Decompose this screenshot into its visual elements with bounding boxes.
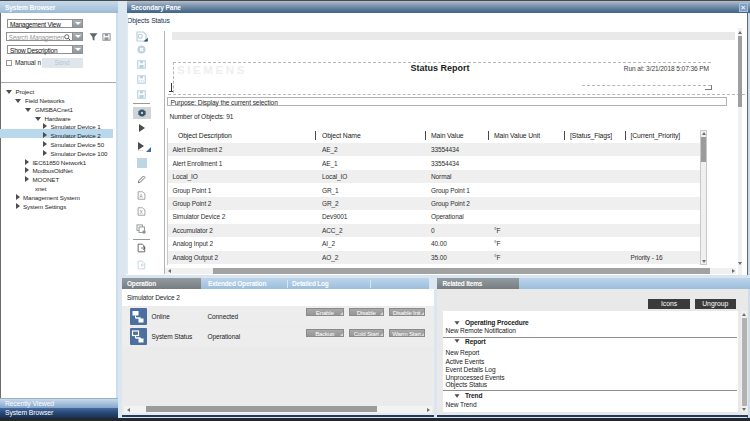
svg-text:A: A — [139, 193, 142, 198]
svg-text:X: X — [139, 210, 143, 215]
